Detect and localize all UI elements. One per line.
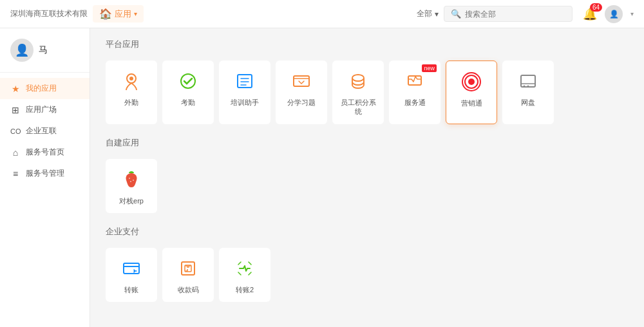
payment-apps-grid: 转账 收款码 转账2 [106, 248, 629, 302]
app-waidan[interactable]: 外勤 [106, 61, 157, 124]
app-yuangong[interactable]: 员工积分系统 [332, 61, 384, 124]
new-badge-fuwutong: new [422, 64, 437, 72]
svg-point-5 [352, 75, 364, 81]
filter-chevron: ▾ [435, 10, 439, 19]
svg-point-10 [524, 86, 526, 88]
app-label-faxue: 分学习题 [287, 98, 316, 107]
filter-button[interactable]: 全部 ▾ [417, 8, 439, 19]
avatar: 👤 [10, 39, 33, 62]
sidebar-item-app-market[interactable]: ⊞ 应用广场 [0, 99, 90, 120]
section-custom-title: 自建应用 [106, 137, 629, 149]
svg-point-12 [129, 178, 130, 179]
svg-point-7 [468, 79, 475, 85]
app-icon-yingxiao [459, 69, 484, 95]
app-tab-icon: 🏠 [99, 8, 112, 20]
sidebar-username: 马 [39, 44, 48, 56]
notification-bell[interactable]: 🔔 64 [583, 7, 597, 21]
svg-point-11 [527, 86, 529, 88]
notif-count: 64 [590, 3, 602, 12]
app-pay3[interactable]: 转账2 [219, 248, 270, 302]
sidebar-item-label: 服务号管理 [26, 168, 64, 179]
app-tab-label: 应用 [115, 8, 131, 20]
top-nav: 深圳海商互联技术有限 🏠 应用 ▾ 全部 ▾ 🔍 🔔 64 👤 ▾ [0, 0, 644, 28]
app-label-pay3: 转账2 [236, 285, 254, 294]
my-apps-icon: ★ [10, 84, 21, 94]
nav-right: 🔔 64 👤 ▾ [583, 5, 634, 23]
app-market-icon: ⊞ [10, 105, 21, 115]
section-custom: 自建应用 对栈erp [106, 137, 629, 213]
svg-rect-3 [238, 75, 252, 88]
app-icon-yuangong [345, 68, 371, 94]
app-tab-chevron: ▾ [134, 10, 137, 17]
app-icon-pay3 [232, 256, 258, 281]
app-label-waidan: 外勤 [124, 98, 138, 107]
svg-rect-8 [521, 75, 535, 87]
platform-apps-grid: 外勤 考勤 培训助手 [106, 61, 629, 124]
custom-apps-grid: 对栈erp [106, 159, 629, 213]
sidebar-item-label: 服务号首页 [26, 147, 64, 158]
app-pay2[interactable]: 收款码 [162, 248, 214, 302]
app-wangpan[interactable]: 网盘 [502, 61, 554, 124]
filter-label: 全部 [417, 8, 432, 19]
user-avatar[interactable]: 👤 [605, 5, 623, 23]
app-label-peixun: 培训助手 [231, 98, 259, 107]
svg-point-13 [133, 180, 134, 181]
enterprise-icon: CO [10, 127, 21, 135]
app-label-duizieerp: 对栈erp [119, 196, 144, 205]
svg-rect-4 [294, 76, 309, 86]
section-payment-title: 企业支付 [106, 226, 629, 238]
app-label-kaoqin: 考勤 [181, 98, 195, 107]
app-yingxiao[interactable]: 营销通 [446, 61, 497, 124]
app-icon-fuwutong [402, 68, 428, 94]
app-icon-duizieerp [118, 167, 144, 192]
sidebar-item-service-mgmt[interactable]: ≡ 服务号管理 [0, 163, 90, 184]
sidebar-menu: ★ 我的应用 ⊞ 应用广场 CO 企业互联 ⌂ 服务号首页 ≡ 服务号管理 [0, 73, 90, 189]
user-chevron[interactable]: ▾ [630, 10, 634, 17]
section-payment: 企业支付 转账 收款码 转 [106, 226, 629, 302]
app-icon-wangpan [515, 68, 541, 94]
main-content: 平台应用 外勤 考勤 [90, 28, 644, 327]
app-icon-kaoqin [175, 68, 201, 94]
avatar-icon: 👤 [15, 43, 29, 57]
sidebar-item-label: 应用广场 [26, 104, 57, 115]
app-label-wangpan: 网盘 [521, 98, 535, 107]
search-input[interactable] [465, 10, 565, 19]
app-tab[interactable]: 🏠 应用 ▾ [93, 5, 144, 23]
app-icon-faxue [289, 68, 314, 94]
sidebar-user: 👤 马 [0, 39, 90, 73]
app-icon-waidan [118, 68, 144, 94]
app-fuwutong[interactable]: new 服务通 [389, 61, 440, 124]
section-platform-title: 平台应用 [106, 39, 629, 50]
sidebar-item-label: 企业互联 [26, 126, 57, 136]
app-icon-pay1 [118, 256, 144, 281]
app-label-pay1: 转账 [124, 285, 138, 294]
svg-point-2 [181, 74, 195, 88]
app-label-fuwutong: 服务通 [404, 98, 426, 107]
main-layout: 👤 马 ★ 我的应用 ⊞ 应用广场 CO 企业互联 ⌂ 服务号首页 ≡ [0, 28, 644, 327]
search-icon: 🔍 [451, 9, 461, 19]
sidebar: 👤 马 ★ 我的应用 ⊞ 应用广场 CO 企业互联 ⌂ 服务号首页 ≡ [0, 28, 90, 327]
app-icon-pay2 [175, 256, 201, 281]
sidebar-item-enterprise[interactable]: CO 企业互联 [0, 120, 90, 142]
service-home-icon: ⌂ [10, 147, 21, 158]
sidebar-item-my-apps[interactable]: ★ 我的应用 [0, 78, 90, 99]
svg-rect-15 [124, 263, 139, 274]
svg-rect-16 [182, 262, 194, 275]
app-faxue[interactable]: 分学习题 [276, 61, 327, 124]
service-mgmt-icon: ≡ [10, 169, 21, 179]
section-platform: 平台应用 外勤 考勤 [106, 39, 629, 124]
app-duizieerp[interactable]: 对栈erp [106, 159, 157, 213]
svg-point-14 [130, 181, 131, 182]
svg-point-1 [129, 77, 133, 80]
sidebar-item-service-home[interactable]: ⌂ 服务号首页 [0, 142, 90, 163]
company-name: 深圳海商互联技术有限 [10, 8, 88, 19]
app-label-pay2: 收款码 [178, 285, 199, 294]
app-kaoqin[interactable]: 考勤 [162, 61, 214, 124]
app-label-yuangong: 员工积分系统 [337, 98, 379, 117]
user-avatar-icon: 👤 [609, 10, 619, 19]
nav-center: 全部 ▾ 🔍 [417, 6, 573, 22]
app-peixun[interactable]: 培训助手 [219, 61, 270, 124]
search-box: 🔍 [444, 6, 573, 22]
app-pay1[interactable]: 转账 [106, 248, 157, 302]
app-icon-peixun [232, 68, 258, 94]
